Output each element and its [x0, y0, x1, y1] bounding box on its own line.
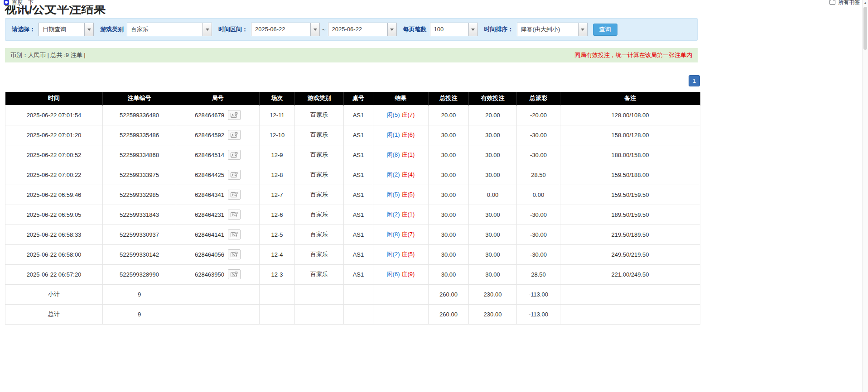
table-row: 2025-06-22 06:59:05 522599331843 6284642…: [5, 205, 700, 225]
cell-payout: -30.00: [517, 145, 560, 165]
table-row: 2025-06-22 06:57:20 522599328990 6284639…: [5, 264, 700, 284]
scrollbar-thumb[interactable]: [863, 7, 867, 50]
cell-session: 12-5: [260, 225, 295, 244]
date-to-dropdown[interactable]: 2025-06-22: [328, 23, 397, 36]
result-player: 闲(1): [387, 131, 400, 138]
cell-total-bet-link[interactable]: 30.00: [429, 225, 469, 244]
total-total-bet: 260.00: [429, 304, 469, 324]
round-detail-button[interactable]: [228, 150, 241, 160]
round-detail-button[interactable]: [228, 170, 241, 180]
round-detail-button[interactable]: [228, 269, 241, 279]
cell-valid-bet: 30.00: [469, 165, 517, 185]
cell-payout: 28.50: [517, 264, 560, 284]
result-banker: 庄(6): [402, 131, 415, 138]
col-header-total-bet: 总投注: [429, 92, 469, 105]
cell-note: 189.50/159.50: [560, 205, 700, 225]
cell-total-bet-link[interactable]: 20.00: [429, 105, 469, 125]
cell-session: 12-8: [260, 165, 295, 185]
cell-game: 百家乐: [295, 244, 344, 264]
cell-valid-bet: 30.00: [469, 145, 517, 165]
cell-time: 2025-06-22 06:58:00: [5, 244, 103, 264]
bookmarks-bar: 百度一下 所有书签: [0, 0, 868, 5]
scroll-up-icon[interactable]: ▲: [863, 0, 868, 6]
result-banker: 庄(9): [402, 271, 415, 277]
cell-round-no: 628464425: [176, 165, 260, 185]
picture-icon: [231, 132, 238, 138]
table-row: 2025-06-22 07:01:54 522599336480 6284646…: [5, 105, 700, 125]
date-from-dropdown[interactable]: 2025-06-22: [251, 23, 320, 36]
game-category-dropdown[interactable]: 百家乐: [127, 23, 212, 36]
table-row: 2025-06-22 07:00:52 522599334868 6284645…: [5, 145, 700, 165]
cell-game: 百家乐: [295, 185, 344, 205]
cell-bet-no: 522599332985: [103, 185, 176, 205]
scrollbar[interactable]: ▲: [862, 0, 868, 392]
dropdown-arrow-icon[interactable]: [387, 23, 396, 36]
dropdown-arrow-icon[interactable]: [84, 23, 93, 36]
query-button[interactable]: 查询: [593, 24, 617, 36]
round-detail-button[interactable]: [228, 210, 241, 220]
cell-game: 百家乐: [295, 165, 344, 185]
dropdown-arrow-icon[interactable]: [468, 23, 477, 36]
cell-table-no: AS1: [344, 125, 373, 145]
round-detail-button[interactable]: [228, 249, 241, 259]
picture-icon: [231, 192, 238, 198]
cell-game: 百家乐: [295, 225, 344, 244]
total-count: 9: [103, 304, 176, 324]
records-table: 时间 注单编号 局号 场次 游戏类别 桌号 结果 总投注 有效投注 总派彩 备注…: [5, 92, 700, 325]
result-player: 闲(8): [387, 231, 400, 238]
all-bookmarks-button[interactable]: 所有书签: [829, 0, 860, 6]
cell-valid-bet: 30.00: [469, 244, 517, 264]
round-number: 628464341: [195, 191, 224, 198]
sort-order-dropdown[interactable]: 降幂(由大到小): [517, 23, 588, 36]
title-wrap: 视讯/公文平注结果: [5, 5, 868, 14]
cell-valid-bet: 30.00: [469, 205, 517, 225]
date-from-value: 2025-06-22: [251, 23, 310, 36]
col-header-note: 备注: [560, 92, 700, 105]
cell-table-no: AS1: [344, 264, 373, 284]
cell-bet-no: 522599331843: [103, 205, 176, 225]
cell-total-bet-link[interactable]: 30.00: [429, 185, 469, 205]
subtotal-total-bet: 260.00: [429, 284, 469, 304]
total-row: 总计 9 260.00 230.00 -113.00: [5, 304, 700, 324]
dropdown-arrow-icon[interactable]: [203, 23, 212, 36]
col-header-result: 结果: [373, 92, 429, 105]
dropdown-arrow-icon[interactable]: [310, 23, 319, 36]
cell-bet-no: 522599330142: [103, 244, 176, 264]
cell-payout: 28.50: [517, 165, 560, 185]
cell-total-bet-link[interactable]: 30.00: [429, 145, 469, 165]
cell-game: 百家乐: [295, 145, 344, 165]
cell-total-bet-link[interactable]: 30.00: [429, 205, 469, 225]
cell-total-bet-link[interactable]: 30.00: [429, 125, 469, 145]
round-detail-button[interactable]: [228, 229, 241, 239]
sort-order-value: 降幂(由大到小): [517, 23, 578, 36]
round-detail-button[interactable]: [228, 110, 241, 120]
cell-total-bet-link[interactable]: 30.00: [429, 165, 469, 185]
cell-round-no: 628464592: [176, 125, 260, 145]
cell-table-no: AS1: [344, 185, 373, 205]
range-separator: ~: [322, 26, 326, 33]
result-banker: 庄(1): [402, 211, 415, 218]
page-size-value: 100: [430, 23, 468, 36]
cell-session: 12-4: [260, 244, 295, 264]
dropdown-arrow-icon[interactable]: [578, 23, 587, 36]
page-size-dropdown[interactable]: 100: [430, 23, 478, 36]
cell-round-no: 628464231: [176, 205, 260, 225]
cell-valid-bet: 30.00: [469, 125, 517, 145]
cell-time: 2025-06-22 07:01:54: [5, 105, 103, 125]
page-button-1[interactable]: 1: [689, 75, 700, 86]
cell-note: 219.50/189.50: [560, 225, 700, 244]
cell-time: 2025-06-22 06:58:33: [5, 225, 103, 244]
cell-total-bet-link[interactable]: 30.00: [429, 264, 469, 284]
cell-valid-bet: 20.00: [469, 105, 517, 125]
round-detail-button[interactable]: [228, 190, 241, 200]
cell-total-bet-link[interactable]: 30.00: [429, 244, 469, 264]
bookmarks-folder-icon: [829, 0, 835, 5]
result-banker: 庄(5): [402, 251, 415, 258]
table-body: 2025-06-22 07:01:54 522599336480 6284646…: [5, 105, 700, 324]
cell-session: 12-7: [260, 185, 295, 205]
select-type-dropdown[interactable]: 日期查询: [39, 23, 94, 36]
result-player: 闲(2): [387, 211, 400, 218]
round-detail-button[interactable]: [228, 130, 241, 140]
filter-label-select: 请选择：: [12, 25, 35, 33]
picture-icon: [231, 232, 238, 238]
